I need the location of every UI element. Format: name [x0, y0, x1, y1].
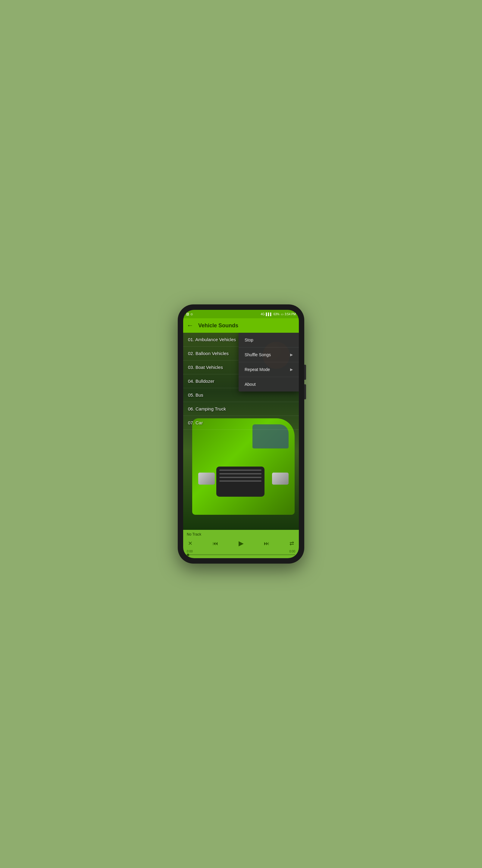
shuffle-arrow-icon: ▶ — [290, 352, 293, 357]
status-left-icons: 🖼 ⊙ — [186, 313, 193, 316]
menu-item-shuffle[interactable]: Shuffle Songs ▶ — [238, 347, 299, 362]
status-bar: 🖼 ⊙ 4G ▌▌▌ 63% ▭ 3:54 PM — [183, 310, 299, 318]
toolbar-title: Vehicle Sounds — [198, 322, 238, 329]
next-button[interactable]: ⏭ — [263, 539, 270, 548]
phone-frame: 🖼 ⊙ 4G ▌▌▌ 63% ▭ 3:54 PM ← Vehicle Sound… — [178, 304, 304, 564]
prev-button[interactable]: ⏮ — [212, 539, 219, 548]
shuffle-button[interactable]: ✕ — [187, 539, 194, 548]
signal-bars-icon: ▌▌▌ — [266, 313, 272, 316]
time-start: 0:00 — [187, 550, 193, 553]
back-button[interactable]: ← — [187, 321, 193, 330]
play-button[interactable]: ▶ — [237, 538, 245, 549]
volume-up-button[interactable] — [304, 365, 306, 380]
progress-bar[interactable] — [187, 554, 295, 555]
time-end: 0:00 — [289, 550, 295, 553]
app-toolbar: ← Vehicle Sounds — [183, 318, 299, 333]
phone-screen: 🖼 ⊙ 4G ▌▌▌ 63% ▭ 3:54 PM ← Vehicle Sound… — [183, 310, 299, 558]
time-row: 0:00 0:00 — [187, 550, 295, 553]
content-area: 01. Ambulance Vehicles 02. Balloon Vehic… — [183, 333, 299, 530]
progress-indicator — [187, 554, 189, 556]
track-name: No Track — [187, 532, 295, 536]
menu-item-repeat[interactable]: Repeat Mode ▶ — [238, 362, 299, 377]
player-controls: ✕ ⏮ ▶ ⏭ ⇄ — [187, 538, 295, 549]
status-right-icons: 4G ▌▌▌ 63% ▭ 3:54 PM — [261, 313, 296, 316]
menu-repeat-label: Repeat Mode — [245, 367, 270, 372]
menu-stop-label: Stop — [245, 338, 253, 342]
menu-item-stop[interactable]: Stop — [238, 333, 299, 347]
menu-about-label: About — [245, 382, 256, 387]
player-bar: No Track ✕ ⏮ ▶ ⏭ ⇄ 0:00 0:00 — [183, 530, 299, 558]
repeat-button[interactable]: ⇄ — [288, 539, 295, 548]
network-icon: 4G — [261, 313, 264, 316]
battery-icon: ▭ — [281, 313, 284, 316]
image-status-icon: 🖼 — [186, 313, 189, 316]
time-display: 3:54 PM — [285, 313, 296, 316]
menu-item-about[interactable]: About — [238, 377, 299, 392]
repeat-arrow-icon: ▶ — [290, 367, 293, 372]
clock-status-icon: ⊙ — [190, 313, 193, 316]
volume-down-button[interactable] — [304, 384, 306, 399]
menu-shuffle-label: Shuffle Songs — [245, 352, 271, 357]
context-menu: Stop Shuffle Songs ▶ Repeat Mode ▶ About — [238, 333, 299, 392]
battery-percent: 63% — [274, 313, 280, 316]
